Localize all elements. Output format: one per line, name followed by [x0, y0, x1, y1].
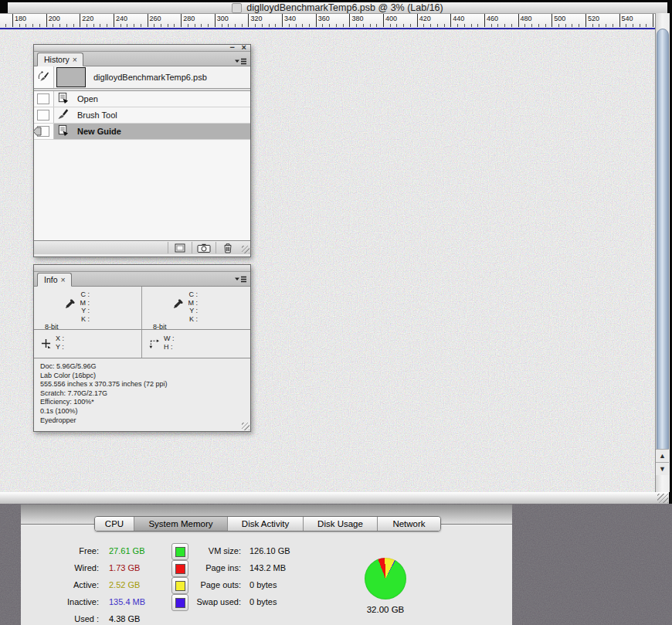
stat-label: Active: [21, 580, 99, 589]
history-panel-titlebar[interactable]: − × [34, 45, 250, 52]
ruler-major-tick [585, 14, 586, 27]
info-tab-row: Info× [34, 272, 250, 287]
stat-value: 27.61 GB [109, 546, 144, 555]
wired-color-swatch-button[interactable] [171, 560, 188, 577]
new-document-from-state-button[interactable] [168, 242, 192, 253]
history-state-open[interactable]: Open [34, 91, 250, 107]
panel-resize-grip[interactable] [242, 423, 249, 430]
info-color-readouts: C :M :Y :K : 8-bit C :M :Y :K : 8-bit [34, 287, 250, 330]
history-state-label: Brush Tool [77, 110, 117, 120]
history-state-brush-tool[interactable]: Brush Tool [34, 107, 250, 124]
tab-system-memory[interactable]: System Memory [134, 517, 227, 531]
ruler-major-tick [316, 14, 317, 27]
ruler-tick-label: 400 [385, 15, 397, 22]
status-line: 0.1s (100%) [40, 407, 250, 416]
stat-value: 4.38 GB [109, 614, 140, 623]
stat-value: 126.10 GB [249, 546, 290, 555]
channel-label: C : [34, 290, 90, 299]
free-color-swatch-button[interactable] [171, 543, 188, 560]
info-panel-titlebar[interactable] [34, 265, 250, 272]
active-color-swatch-button[interactable] [171, 577, 188, 594]
minimize-icon[interactable]: − [230, 43, 235, 52]
ruler-tick-label: 280 [183, 15, 195, 22]
status-line: Doc: 5.96G/5.96G [40, 362, 250, 372]
activity-monitor-window: CPUSystem MemoryDisk ActivityDisk UsageN… [21, 504, 512, 625]
ruler-tick-label: 320 [250, 15, 262, 22]
ruler-major-tick [282, 14, 283, 27]
channel-label: M : [34, 299, 90, 307]
status-line: Eyedropper [40, 416, 250, 426]
xy-labels: X :Y : [56, 335, 64, 352]
ruler-major-tick [450, 14, 451, 27]
tab-history[interactable]: History× [37, 53, 83, 66]
history-state-new-guide[interactable]: New Guide [34, 124, 250, 140]
dimensions-icon [149, 338, 160, 350]
memory-stat-row: Wired:1.73 GB [21, 559, 145, 576]
new-guide-icon [54, 124, 71, 139]
stat-label: Inactive: [21, 597, 99, 606]
history-footer [34, 240, 250, 254]
stat-value: 143.2 MB [249, 563, 286, 572]
tab-cpu[interactable]: CPU [95, 517, 134, 531]
tab-disk-activity[interactable]: Disk Activity [227, 517, 303, 531]
tab-close-icon[interactable]: × [73, 55, 77, 64]
scrollbar-thumb[interactable] [657, 29, 669, 461]
ruler-major-tick [114, 14, 114, 27]
photoshop-titlebar[interactable]: diglloydBenchmarkTemp6.psb @ 3% (Lab/16) [8, 2, 667, 14]
ruler-tick-label: 300 [217, 15, 229, 22]
ruler-major-tick [552, 14, 552, 27]
set-source-well[interactable] [34, 107, 54, 123]
ruler-tick-label: 180 [15, 15, 26, 22]
scroll-down-button[interactable]: ▼ [656, 462, 669, 475]
tab-disk-usage[interactable]: Disk Usage [303, 517, 377, 531]
scroll-up-button[interactable]: ▲ [656, 449, 669, 462]
history-brush-icon [37, 71, 49, 87]
stat-value: 0 bytes [249, 580, 277, 589]
color-chip [175, 564, 185, 574]
channel-label: Y : [142, 307, 198, 315]
position-label: X : [56, 335, 64, 343]
ruler-major-tick [181, 14, 182, 27]
close-icon[interactable]: × [242, 43, 246, 52]
dimension-label: H : [164, 343, 175, 352]
vertical-scrollbar[interactable]: ▲ ▼ [655, 13, 670, 492]
panel-menu-icon[interactable] [234, 275, 247, 285]
color-chip [175, 547, 185, 557]
ruler-major-tick [417, 14, 418, 27]
ruler-tick-label: 480 [521, 15, 532, 22]
stat-label: VM size: [152, 546, 241, 555]
snapshot-thumbnail[interactable] [56, 67, 86, 87]
source-checkbox[interactable] [37, 93, 49, 104]
tab-network[interactable]: Network [377, 517, 440, 531]
ruler-major-tick [12, 14, 13, 27]
screen: diglloydBenchmarkTemp6.psb @ 3% (Lab/16)… [0, 0, 672, 625]
history-state-label: Open [77, 94, 98, 104]
ruler-tick-label: 540 [622, 15, 633, 22]
delete-state-button[interactable] [216, 242, 239, 253]
memory-stat-row: Inactive:135.4 MB [21, 593, 145, 610]
panel-resize-grip[interactable] [242, 246, 249, 253]
memory-stat-row: Free:27.61 GB [21, 542, 145, 559]
history-snapshot-row[interactable]: diglloydBenchmarkTemp6.psb [34, 66, 250, 88]
info-panel: Info× C :M :Y :K : 8-bit C :M :Y :K : 8-… [33, 264, 251, 432]
window-resize-grip[interactable] [657, 494, 668, 503]
ruler-tick-label: 220 [82, 15, 93, 22]
set-source-well[interactable] [34, 91, 54, 107]
status-line: Scratch: 7.70G/2.17G [40, 389, 250, 399]
ruler-major-tick [80, 14, 80, 27]
set-source-well[interactable] [34, 124, 54, 139]
tab-close-icon[interactable]: × [61, 275, 66, 284]
ruler-major-tick [484, 14, 485, 27]
channel-label: C : [142, 290, 198, 299]
ruler-tick-label: 380 [351, 15, 363, 22]
inactive-color-swatch-button[interactable] [171, 594, 188, 611]
cmyk-labels: C :M :Y :K : [142, 290, 198, 323]
brush-tool-icon [54, 108, 71, 123]
tab-info[interactable]: Info× [37, 273, 72, 287]
ruler-tick-label: 440 [453, 15, 464, 22]
set-source-well[interactable] [34, 66, 54, 88]
new-snapshot-button[interactable] [192, 242, 216, 253]
source-checkbox[interactable] [37, 110, 49, 121]
ruler-tick-label: 520 [588, 15, 599, 22]
stat-label: Free: [21, 546, 99, 555]
